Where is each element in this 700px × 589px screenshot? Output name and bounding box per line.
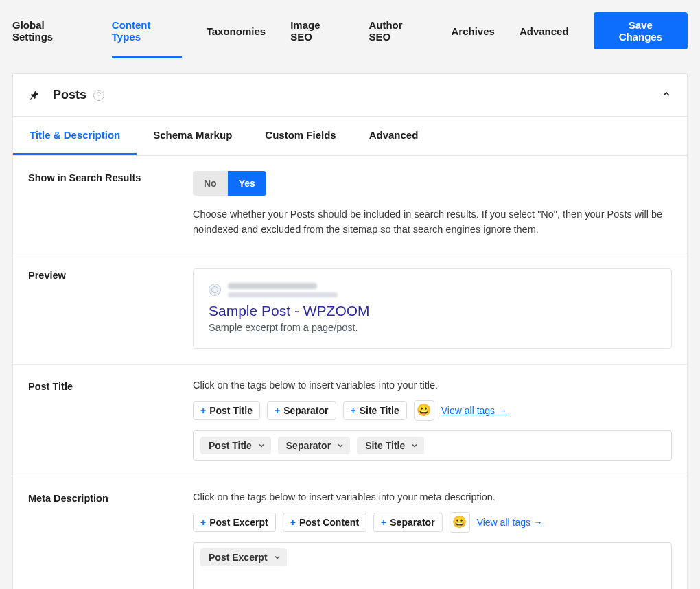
tab-archives[interactable]: Archives (452, 19, 495, 53)
meta-description-input[interactable]: Post Excerpt (193, 542, 672, 589)
tab-author-seo[interactable]: Author SEO (369, 12, 426, 58)
subtab-advanced[interactable]: Advanced (353, 117, 435, 155)
hint-post-title: Click on the tags below to insert variab… (193, 380, 672, 391)
preview-card: Sample Post - WPZOOM Sample excerpt from… (193, 268, 672, 349)
plus-icon: + (200, 517, 206, 528)
chip-post-excerpt[interactable]: Post Excerpt (200, 548, 287, 566)
chevron-down-icon (336, 441, 345, 450)
panel-title: Posts (53, 88, 86, 102)
label-preview: Preview (28, 268, 193, 349)
pin-icon (28, 89, 40, 102)
plus-icon: + (275, 405, 280, 416)
chip-separator[interactable]: Separator (278, 437, 350, 454)
tag-add-post-title[interactable]: +Post Title (193, 401, 260, 420)
hint-meta-description: Click on the tags below to insert variab… (193, 492, 672, 503)
tab-global-settings[interactable]: Global Settings (12, 12, 87, 58)
section-meta-description: Meta Description Click on the tags below… (13, 476, 687, 589)
preview-domain-blur (228, 283, 317, 289)
toggle-yes[interactable]: Yes (228, 171, 266, 196)
chevron-down-icon (273, 553, 281, 562)
chevron-down-icon (410, 441, 419, 450)
plus-icon: + (381, 517, 386, 528)
save-changes-button[interactable]: Save Changes (594, 12, 688, 49)
toggle-no[interactable]: No (193, 171, 228, 196)
label-post-title: Post Title (28, 380, 193, 461)
preview-title: Sample Post - WPZOOM (209, 303, 656, 319)
chip-post-title[interactable]: Post Title (200, 437, 271, 454)
top-tabs: Global Settings Content Types Taxonomies… (12, 7, 688, 58)
link-view-all-tags-meta[interactable]: View all tags → (477, 517, 543, 528)
tag-add-separator[interactable]: +Separator (267, 401, 336, 420)
label-meta-description: Meta Description (28, 492, 193, 589)
tag-add-post-content[interactable]: +Post Content (283, 513, 366, 532)
label-show-in-search: Show in Search Results (28, 171, 193, 238)
link-view-all-tags-title[interactable]: View all tags → (441, 405, 507, 416)
tag-add-post-excerpt[interactable]: +Post Excerpt (193, 513, 276, 532)
tab-image-seo[interactable]: Image SEO (290, 12, 344, 58)
sub-tabs: Title & Description Schema Markup Custom… (13, 117, 687, 156)
preview-desc: Sample excerpt from a page/post. (209, 322, 656, 333)
section-preview: Preview Sample Post - WPZOOM Sample exce… (13, 253, 687, 365)
post-title-input[interactable]: Post Title Separator Site Title (193, 430, 672, 461)
globe-icon (209, 284, 221, 296)
help-show-in-search: Choose whether your Posts should be incl… (193, 207, 672, 238)
tag-add-site-title[interactable]: +Site Title (343, 401, 407, 420)
tag-add-separator-meta[interactable]: +Separator (373, 513, 443, 532)
subtab-custom-fields[interactable]: Custom Fields (248, 117, 352, 155)
chevron-down-icon (257, 441, 266, 450)
plus-icon: + (351, 405, 356, 416)
plus-icon: + (290, 517, 296, 528)
help-icon[interactable]: ? (93, 90, 104, 101)
tab-content-types[interactable]: Content Types (112, 12, 182, 58)
plus-icon: + (200, 405, 206, 416)
toggle-show-in-search[interactable]: No Yes (193, 171, 266, 196)
subtab-title-description[interactable]: Title & Description (13, 117, 137, 155)
emoji-button[interactable]: 😀 (414, 400, 434, 421)
chevron-up-icon (661, 89, 672, 102)
emoji-button-meta[interactable]: 😀 (450, 512, 470, 533)
chip-site-title[interactable]: Site Title (357, 437, 424, 454)
tab-taxonomies[interactable]: Taxonomies (207, 19, 266, 53)
tab-advanced[interactable]: Advanced (520, 19, 569, 53)
preview-url-blur (228, 292, 338, 297)
section-post-title: Post Title Click on the tags below to in… (13, 365, 687, 476)
section-show-in-search: Show in Search Results No Yes Choose whe… (13, 156, 687, 253)
posts-panel: Posts ? Title & Description Schema Marku… (12, 73, 688, 589)
panel-header[interactable]: Posts ? (13, 74, 687, 117)
subtab-schema-markup[interactable]: Schema Markup (137, 117, 248, 155)
